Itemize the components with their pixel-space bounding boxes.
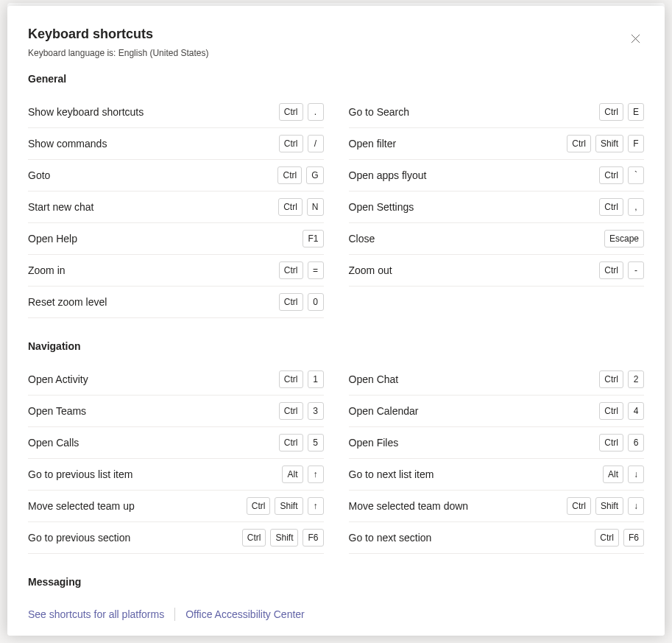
shortcut-label: Go to Search (349, 106, 410, 118)
keyboard-key: N (307, 198, 324, 216)
keyboard-key: ↓ (628, 497, 644, 515)
shortcut-column: Open ChatCtrl2Open CalendarCtrl4Open Fil… (349, 364, 645, 554)
keyboard-key: Ctrl (279, 370, 303, 388)
shortcut-label: Show keyboard shortcuts (28, 106, 144, 118)
shortcut-keys: CtrlE (599, 103, 644, 121)
shortcut-keys: Ctrl5 (279, 434, 324, 451)
shortcut-row: Zoom inCtrl= (28, 255, 324, 287)
keyboard-key: Alt (282, 465, 303, 483)
shortcut-keys: F1 (303, 230, 323, 247)
keyboard-key: Ctrl (242, 529, 266, 547)
shortcut-label: Open Calls (28, 437, 79, 449)
shortcut-keys: CtrlG (277, 166, 323, 184)
keyboard-key: Ctrl (595, 529, 619, 547)
keyboard-key: = (308, 261, 324, 279)
shortcut-row: Go to previous list itemAlt↑ (28, 459, 324, 491)
shortcut-row: Open ChatCtrl2 (349, 364, 645, 396)
shortcut-label: Start new chat (28, 201, 94, 213)
keyboard-key: F1 (303, 230, 323, 247)
shortcut-label: Zoom out (349, 264, 392, 276)
shortcut-label: Show commands (28, 138, 107, 150)
shortcut-keys: CtrlShiftF (567, 135, 644, 152)
keyboard-key: Ctrl (567, 497, 591, 515)
shortcut-column: Go to SearchCtrlEOpen filterCtrlShiftFOp… (349, 96, 645, 318)
keyboard-key: ` (628, 166, 644, 184)
keyboard-key: 5 (308, 434, 324, 451)
footer-divider (174, 608, 175, 621)
shortcut-label: Move selected team down (349, 500, 469, 512)
shortcut-row: Move selected team upCtrlShift↑ (28, 491, 324, 522)
keyboard-key: ↓ (628, 465, 644, 483)
keyboard-key: Ctrl (247, 497, 271, 515)
keyboard-key: Ctrl (599, 370, 623, 388)
shortcut-label: Go to previous section (28, 532, 130, 544)
keyboard-key: Alt (603, 465, 623, 483)
dialog-body[interactable]: GeneralShow keyboard shortcutsCtrl.Show … (7, 73, 665, 596)
shortcut-row: Open ActivityCtrl1 (28, 364, 324, 396)
shortcut-keys: Ctrl4 (599, 402, 644, 420)
accessibility-center-link[interactable]: Office Accessibility Center (185, 608, 305, 620)
keyboard-key: - (628, 261, 644, 279)
keyboard-shortcuts-dialog: Keyboard shortcuts Keyboard language is:… (7, 6, 665, 636)
shortcut-row: Reset zoom levelCtrl0 (28, 287, 324, 318)
shortcut-label: Close (349, 233, 375, 245)
keyboard-key: G (306, 166, 323, 184)
shortcut-column: Show keyboard shortcutsCtrl.Show command… (28, 96, 324, 318)
shortcut-row: Show commandsCtrl/ (28, 128, 324, 160)
keyboard-key: Shift (275, 497, 303, 515)
shortcut-keys: Ctrl1 (279, 370, 324, 388)
shortcut-label: Open Files (349, 437, 399, 449)
shortcut-row: Open HelpF1 (28, 223, 324, 255)
shortcut-row: Open filterCtrlShiftF (349, 128, 645, 160)
keyboard-key: Ctrl (279, 293, 303, 311)
shortcut-label: Go to next list item (349, 468, 434, 480)
keyboard-key: Escape (604, 230, 644, 247)
keyboard-key: ↑ (308, 465, 324, 483)
shortcut-keys: Ctrl6 (599, 434, 644, 451)
shortcut-row: Open CalendarCtrl4 (349, 396, 645, 427)
keyboard-key: F6 (623, 529, 644, 547)
section: NavigationOpen ActivityCtrl1Open TeamsCt… (28, 340, 644, 554)
shortcut-keys: Alt↑ (282, 465, 323, 483)
shortcut-label: Open Activity (28, 373, 88, 385)
shortcut-label: Go to next section (349, 532, 432, 544)
see-all-platforms-link[interactable]: See shortcuts for all platforms (28, 608, 164, 620)
shortcut-row: Go to next list itemAlt↓ (349, 459, 645, 491)
keyboard-key: Ctrl (277, 166, 302, 184)
section: Messaging (28, 576, 644, 596)
keyboard-key: Ctrl (599, 198, 623, 216)
shortcut-label: Open Calendar (349, 405, 419, 417)
shortcut-keys: Ctrl. (279, 103, 324, 121)
keyboard-key: Ctrl (567, 135, 591, 152)
keyboard-key: Ctrl (279, 103, 303, 121)
shortcut-label: Goto (28, 169, 50, 181)
keyboard-key: Shift (595, 135, 623, 152)
keyboard-key: 6 (628, 434, 644, 451)
shortcut-row: Open TeamsCtrl3 (28, 396, 324, 427)
keyboard-key: 1 (308, 370, 324, 388)
section: GeneralShow keyboard shortcutsCtrl.Show … (28, 73, 644, 318)
shortcut-keys: Ctrl` (599, 166, 644, 184)
shortcut-label: Open Chat (349, 373, 399, 385)
shortcut-keys: Escape (604, 230, 644, 247)
shortcut-row: Move selected team downCtrlShift↓ (349, 491, 645, 522)
shortcut-keys: Ctrl= (279, 261, 324, 279)
shortcut-label: Open filter (349, 138, 397, 150)
shortcut-keys: CtrlShift↑ (247, 497, 324, 515)
keyboard-key: Ctrl (279, 261, 303, 279)
keyboard-key: Ctrl (279, 135, 303, 152)
keyboard-key: F (628, 135, 644, 152)
shortcut-row: Zoom outCtrl- (349, 255, 645, 287)
keyboard-key: E (628, 103, 644, 121)
shortcut-grid: Show keyboard shortcutsCtrl.Show command… (28, 96, 644, 318)
keyboard-key: 4 (628, 402, 644, 420)
shortcut-keys: Ctrl, (599, 198, 644, 216)
shortcut-keys: Ctrl0 (279, 293, 324, 311)
close-button[interactable] (625, 28, 646, 49)
shortcut-row: GotoCtrlG (28, 160, 324, 192)
shortcut-label: Move selected team up (28, 500, 135, 512)
keyboard-key: Ctrl (279, 402, 303, 420)
dialog-subtitle: Keyboard language is: English (United St… (28, 48, 644, 58)
shortcut-row: Open SettingsCtrl, (349, 192, 645, 223)
shortcut-keys: Ctrl2 (599, 370, 644, 388)
